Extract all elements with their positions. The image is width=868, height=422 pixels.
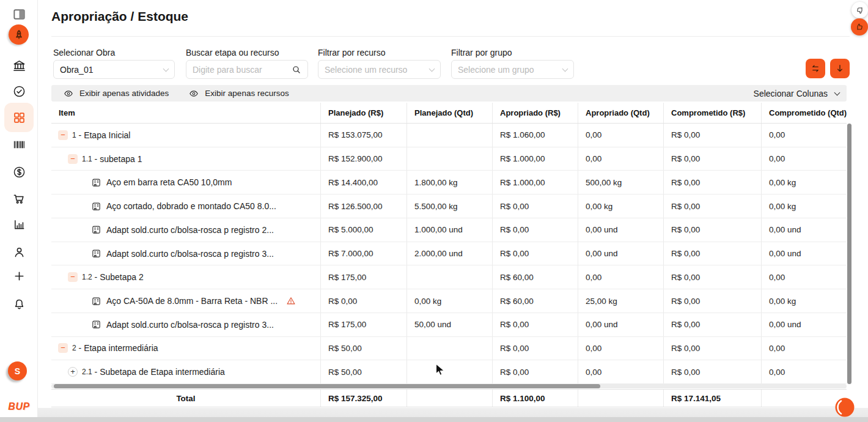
obra-select[interactable]: Obra_01 bbox=[53, 60, 175, 79]
resource-icon bbox=[91, 319, 101, 330]
rocket-icon[interactable] bbox=[9, 24, 29, 45]
chevron-down-icon bbox=[163, 65, 169, 72]
resource-icon bbox=[91, 177, 101, 188]
resource-icon bbox=[91, 296, 101, 306]
filter-recurso: Filtrar por recurso Selecione um recurso bbox=[318, 48, 441, 79]
sidebar-item-cart[interactable] bbox=[0, 190, 38, 208]
cell: R$ 50,00 bbox=[321, 360, 407, 383]
cell: 2.000,00 und bbox=[407, 242, 493, 265]
select-columns-button[interactable]: Selecionar Colunas bbox=[754, 89, 839, 98]
cell: 1.000,00 und bbox=[407, 218, 493, 242]
cell: R$ 60,00 bbox=[493, 289, 578, 313]
item-cell: Aço em barra reta CA50 10,0mm bbox=[51, 171, 321, 194]
download-button[interactable] bbox=[830, 59, 850, 78]
item-label: - Subetapa de Etapa intermediária bbox=[92, 367, 225, 377]
expand-toggle[interactable]: − bbox=[68, 154, 78, 164]
column-header: Apropriado (Qtd) bbox=[578, 103, 664, 123]
filter-grupo: Filtrar por grupo Selecione um grupo bbox=[451, 48, 574, 79]
chevron-down-icon bbox=[562, 65, 568, 72]
item-cell: − 1.2 - Subetapa 2 bbox=[51, 265, 321, 289]
cell: 0,00 und bbox=[578, 218, 664, 242]
sidebar-item-user[interactable] bbox=[0, 243, 38, 261]
horizontal-scrollbar-track[interactable] bbox=[51, 384, 847, 388]
chat-fab-button[interactable] bbox=[835, 398, 855, 417]
cell: R$ 0,00 bbox=[493, 360, 578, 383]
total-cell: R$ 17.141,05 bbox=[664, 390, 762, 407]
cell: 0,00 und bbox=[578, 242, 664, 265]
sidebar-item-notifications[interactable] bbox=[0, 295, 38, 313]
cell: R$ 0,00 bbox=[493, 194, 578, 218]
table-row[interactable]: Adapt sold.curto c/bolsa-rosca p registr… bbox=[51, 242, 847, 266]
cell: R$ 0,00 bbox=[493, 313, 578, 336]
sidebar-item-finance[interactable] bbox=[0, 163, 38, 181]
table-row[interactable]: − 1.2 - Subetapa 2 R$ 175,00R$ 60,000,00… bbox=[51, 265, 847, 289]
chevron-down-icon bbox=[429, 65, 435, 72]
eye-icon[interactable] bbox=[189, 89, 199, 98]
item-cell: Adapt sold.curto c/bolsa-rosca p registr… bbox=[51, 242, 321, 265]
cell: 25,00 kg bbox=[578, 289, 664, 313]
filter-search-label: Buscar etapa ou recurso bbox=[186, 48, 308, 57]
cell: 0,00 und bbox=[762, 313, 847, 336]
thumbs-down-button[interactable] bbox=[851, 2, 868, 18]
recurso-select[interactable]: Selecione um recurso bbox=[318, 60, 441, 79]
table-row[interactable]: Aço em barra reta CA50 10,0mm R$ 14.400,… bbox=[51, 171, 847, 194]
item-label: - subetapa 1 bbox=[92, 154, 142, 164]
filter-obra-label: Selecionar Obra bbox=[53, 48, 175, 57]
table-row[interactable]: Aço CA-50A de 8.0mm - Barra Reta - NBR .… bbox=[51, 289, 847, 313]
item-number: 2.1 bbox=[82, 368, 92, 376]
item-label: Aço cortado, dobrado e montado CA50 8.0.… bbox=[106, 201, 276, 211]
search-icon[interactable] bbox=[292, 65, 301, 75]
table-row[interactable]: − 2 - Etapa intermediária R$ 50,00R$ 0,0… bbox=[51, 337, 847, 361]
user-avatar[interactable]: S bbox=[8, 361, 27, 380]
column-header: Comprometido (Qtd) bbox=[762, 103, 847, 123]
cell: 500,00 kg bbox=[578, 171, 664, 194]
cell: 0,00 bbox=[762, 360, 847, 383]
thumbs-up-button[interactable] bbox=[851, 18, 868, 35]
expand-toggle[interactable]: + bbox=[68, 367, 78, 377]
item-cell: Adapt sold.curto c/bolsa-rosca p registr… bbox=[51, 313, 321, 336]
table-row[interactable]: Aço cortado, dobrado e montado CA50 8.0.… bbox=[51, 194, 847, 218]
sidebar-item-add[interactable] bbox=[0, 267, 38, 285]
table-header: ItemPlanejado (R$)Planejado (Qtd)Apropri… bbox=[51, 103, 847, 124]
select-columns-label: Selecionar Colunas bbox=[754, 89, 828, 98]
sidebar-item-apps-grid[interactable] bbox=[0, 108, 38, 127]
item-cell: − 2 - Etapa intermediária bbox=[51, 337, 321, 360]
sidebar-item-bank[interactable] bbox=[0, 56, 38, 75]
window-bottom-edge bbox=[0, 417, 868, 422]
resource-icon bbox=[91, 224, 101, 235]
expand-toggle[interactable]: − bbox=[58, 343, 68, 353]
cell: 0,00 und bbox=[762, 242, 847, 265]
toggle-activities-label[interactable]: Exibir apenas atividades bbox=[79, 89, 169, 98]
expand-toggle[interactable]: − bbox=[68, 272, 78, 282]
table-row[interactable]: + 2.1 - Subetapa de Etapa intermediária … bbox=[51, 360, 847, 384]
cell: 5.500,00 kg bbox=[407, 194, 493, 218]
column-header: Planejado (Qtd) bbox=[407, 103, 493, 123]
table-row[interactable]: Adapt sold.curto c/bolsa-rosca p registr… bbox=[51, 218, 847, 242]
cell: R$ 0,00 bbox=[664, 265, 762, 289]
table-row[interactable]: − 1.1 - subetapa 1 R$ 152.900,00R$ 1.000… bbox=[51, 147, 847, 171]
sidebar-item-bar-chart[interactable] bbox=[0, 215, 38, 234]
transfer-button[interactable] bbox=[806, 59, 825, 78]
table-row[interactable]: − 1 - Etapa Inicial R$ 153.075,00R$ 1.06… bbox=[51, 124, 847, 147]
expand-toggle[interactable]: − bbox=[58, 130, 68, 140]
cell: 0,00 und bbox=[762, 218, 847, 242]
grupo-select[interactable]: Selecione um grupo bbox=[451, 60, 574, 79]
cell: 0,00 kg bbox=[578, 194, 664, 218]
column-header: Comprometido (R$) bbox=[664, 103, 762, 123]
table-row[interactable]: Adapt sold.curto c/bolsa-rosca p registr… bbox=[51, 313, 847, 337]
search-input[interactable] bbox=[193, 65, 292, 75]
vertical-scrollbar-thumb[interactable] bbox=[847, 124, 851, 384]
cell: R$ 0,00 bbox=[664, 337, 762, 360]
panel-toggle-icon[interactable] bbox=[0, 5, 38, 23]
item-cell: − 1 - Etapa Inicial bbox=[51, 124, 321, 147]
sidebar-item-check[interactable] bbox=[0, 82, 38, 100]
toggle-resources-label[interactable]: Exibir apenas recursos bbox=[205, 89, 289, 98]
cell: R$ 0,00 bbox=[664, 147, 762, 171]
column-header: Apropriado (R$) bbox=[493, 103, 578, 123]
total-cell: R$ 1.100,00 bbox=[493, 390, 578, 407]
sidebar-item-barcode[interactable] bbox=[0, 135, 38, 154]
eye-icon[interactable] bbox=[64, 89, 73, 98]
horizontal-scrollbar-thumb[interactable] bbox=[54, 384, 600, 388]
item-label: Aço em barra reta CA50 10,0mm bbox=[106, 177, 232, 187]
sidebar: S BUP bbox=[0, 0, 38, 422]
